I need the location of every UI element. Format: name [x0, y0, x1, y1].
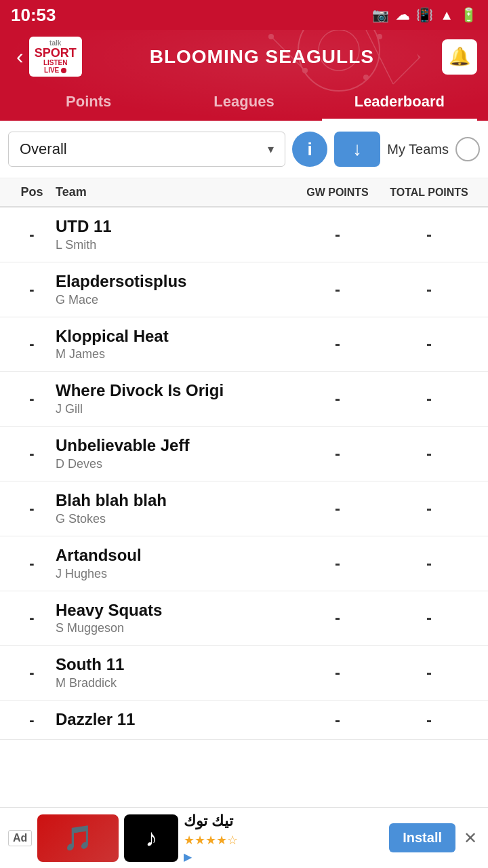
row-team-name: Kloppical Heat: [56, 327, 297, 347]
row-team-owner: D Deves: [56, 457, 297, 471]
ad-close-button[interactable]: ✕: [461, 826, 480, 850]
row-team-owner: J Hughes: [56, 567, 297, 581]
row-gw-points: -: [297, 711, 378, 730]
row-total-points: -: [378, 225, 480, 244]
row-team-owner: L Smith: [56, 238, 297, 252]
app-header: ‹ talk SPORT LISTEN LIVE BLOOMING SEAGUL…: [0, 30, 488, 121]
status-bar: 10:53 📷 ☁ 📳 ▲ 🔋: [0, 0, 488, 30]
live-icon: [61, 68, 66, 73]
row-total-points: -: [378, 608, 480, 627]
col-header-gw: GW POINTS: [297, 186, 378, 199]
table-row: - Kloppical Heat M James - -: [0, 317, 488, 372]
row-team-info: Kloppical Heat M James: [56, 327, 297, 362]
tiktok-icon: ♪: [145, 824, 157, 852]
tab-bar: Points Leagues Leaderboard: [11, 85, 477, 121]
row-team-name: UTD 11: [56, 217, 297, 237]
info-icon: i: [308, 139, 312, 160]
ad-logo: 🎵: [37, 814, 119, 862]
ad-play-icon: ▶: [184, 850, 384, 863]
row-total-points: -: [378, 663, 480, 682]
filter-row: Overall ▾ i ↓ My Teams: [0, 121, 488, 178]
status-time: 10:53: [11, 5, 56, 26]
row-position: -: [8, 390, 56, 408]
col-header-pos: Pos: [8, 185, 56, 199]
table-row: - Where Divock Is Origi J Gill - -: [0, 372, 488, 427]
row-team-owner: G Mace: [56, 293, 297, 307]
row-total-points: -: [378, 334, 480, 353]
row-team-owner: M James: [56, 347, 297, 361]
bell-icon: 🔔: [449, 46, 470, 67]
row-position: -: [8, 711, 56, 729]
row-team-name: Heavy Squats: [56, 601, 297, 620]
ad-app-name: تيك توك: [184, 812, 384, 830]
download-icon: ↓: [352, 138, 362, 160]
info-button[interactable]: i: [292, 132, 327, 167]
row-team-info: Heavy Squats S Muggeson: [56, 601, 297, 636]
row-total-points: -: [378, 444, 480, 463]
leaderboard-table: - UTD 11 L Smith - - - Elapdersotisplus …: [0, 208, 488, 740]
row-total-points: -: [378, 711, 480, 730]
ad-label: Ad: [8, 830, 32, 846]
row-gw-points: -: [297, 663, 378, 682]
notification-button[interactable]: 🔔: [442, 39, 477, 75]
table-row: - Elapdersotisplus G Mace - -: [0, 262, 488, 317]
ad-install-button[interactable]: Install: [389, 823, 455, 852]
tiktok-logo-icon: 🎵: [63, 824, 94, 852]
table-row: - South 11 M Braddick - -: [0, 646, 488, 701]
wifi-icon: ▲: [440, 7, 453, 23]
row-team-info: Artandsoul J Hughes: [56, 546, 297, 581]
row-total-points: -: [378, 280, 480, 299]
row-team-name: Unbelievable Jeff: [56, 436, 297, 456]
row-team-info: Unbelievable Jeff D Deves: [56, 436, 297, 471]
my-teams-toggle[interactable]: [455, 137, 480, 161]
status-icons: 📷 ☁ 📳 ▲ 🔋: [372, 7, 477, 23]
col-header-total: TOTAL POINTS: [378, 186, 480, 199]
row-team-info: UTD 11 L Smith: [56, 217, 297, 252]
ad-stars: ★★★★☆: [184, 833, 384, 848]
row-position: -: [8, 609, 56, 627]
table-row: - Artandsoul J Hughes - -: [0, 536, 488, 591]
row-team-name: Where Divock Is Origi: [56, 381, 297, 401]
row-position: -: [8, 555, 56, 572]
tab-points[interactable]: Points: [11, 85, 166, 121]
row-team-owner: J Gill: [56, 402, 297, 416]
row-team-owner: S Muggeson: [56, 621, 297, 635]
row-team-info: Elapdersotisplus G Mace: [56, 272, 297, 307]
row-team-info: Blah blah blah G Stokes: [56, 491, 297, 526]
row-position: -: [8, 664, 56, 682]
my-teams-label: My Teams: [387, 142, 449, 157]
filter-dropdown[interactable]: Overall ▾: [8, 132, 285, 167]
logo-live: LIVE: [44, 66, 59, 74]
row-team-info: Dazzler 11: [56, 710, 297, 730]
row-position: -: [8, 281, 56, 298]
camera-icon: 📷: [372, 7, 389, 23]
row-gw-points: -: [297, 280, 378, 299]
download-button[interactable]: ↓: [334, 132, 380, 167]
table-row: - Blah blah blah G Stokes - -: [0, 481, 488, 536]
chevron-down-icon: ▾: [268, 142, 274, 157]
page-title: BLOOMING SEAGULLS: [82, 46, 442, 68]
row-team-owner: M Braddick: [56, 676, 297, 690]
table-header: Pos Team GW POINTS TOTAL POINTS: [0, 178, 488, 208]
tab-leagues[interactable]: Leagues: [166, 85, 321, 121]
row-gw-points: -: [297, 499, 378, 518]
row-gw-points: -: [297, 444, 378, 463]
row-position: -: [8, 226, 56, 243]
row-team-name: South 11: [56, 655, 297, 675]
tab-leaderboard[interactable]: Leaderboard: [322, 85, 477, 121]
row-gw-points: -: [297, 608, 378, 627]
back-button[interactable]: ‹: [11, 41, 29, 72]
row-team-name: Artandsoul: [56, 546, 297, 566]
logo-sport: SPORT: [35, 47, 77, 59]
table-row: - Heavy Squats S Muggeson - -: [0, 591, 488, 646]
battery-icon: 🔋: [460, 7, 477, 23]
dropdown-value: Overall: [20, 140, 67, 158]
row-total-points: -: [378, 389, 480, 408]
ad-text: تيك توك ★★★★☆ ▶: [184, 812, 384, 863]
row-team-owner: G Stokes: [56, 512, 297, 526]
row-position: -: [8, 445, 56, 462]
talksport-logo[interactable]: talk SPORT LISTEN LIVE: [29, 37, 82, 77]
logo-listen: LISTEN: [43, 59, 68, 66]
row-total-points: -: [378, 499, 480, 518]
row-team-name: Blah blah blah: [56, 491, 297, 511]
